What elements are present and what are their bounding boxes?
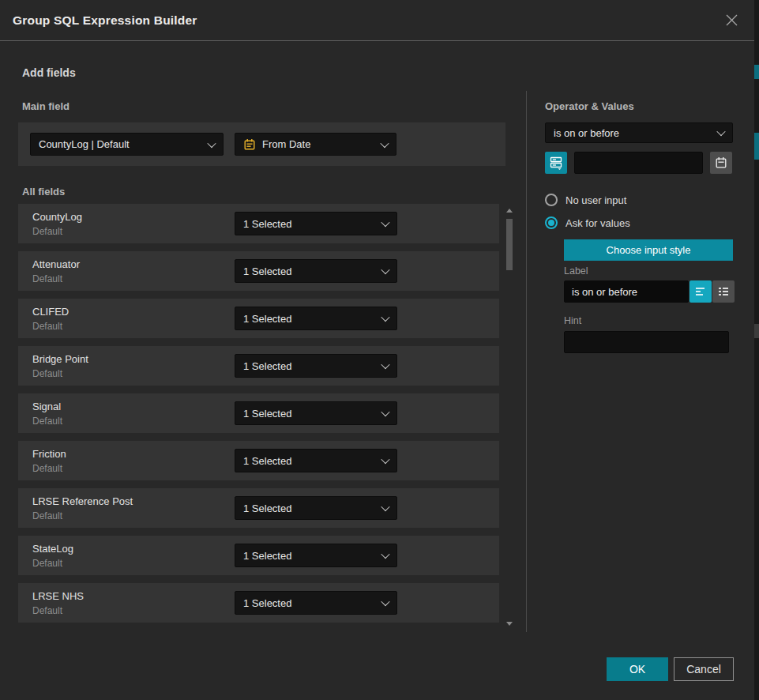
operator-values-heading: Operator & Values	[545, 100, 634, 112]
chevron-down-icon	[381, 408, 389, 416]
field-row: Friction Default 1 Selected	[18, 441, 499, 480]
field-sublabel: Default	[32, 463, 62, 474]
field-selected-dropdown[interactable]: 1 Selected	[235, 544, 397, 567]
background-accent-segment	[754, 65, 759, 79]
list-icon	[717, 285, 730, 298]
field-name: LRSE Reference Post	[32, 495, 133, 507]
main-field-heading: Main field	[22, 100, 70, 112]
calendar-icon	[715, 156, 727, 169]
field-selected-dropdown[interactable]: 1 Selected	[235, 496, 397, 520]
field-selected-dropdown[interactable]: 1 Selected	[235, 259, 397, 283]
chevron-down-icon	[381, 313, 389, 322]
scrollbar-thumb[interactable]	[506, 219, 513, 270]
main-field-select[interactable]: From Date	[235, 133, 396, 156]
field-row: StateLog Default 1 Selected	[18, 536, 499, 575]
field-selected-dropdown[interactable]: 1 Selected	[235, 591, 397, 615]
radio-no-user-input-label: No user input	[565, 194, 626, 206]
label-heading: Label	[564, 265, 588, 277]
field-selected-dropdown[interactable]: 1 Selected	[235, 449, 397, 472]
layer-select-value: CountyLog | Default	[39, 138, 202, 150]
field-name: StateLog	[32, 543, 73, 555]
chevron-down-icon	[381, 455, 389, 464]
dialog-title: Group SQL Expression Builder	[13, 13, 197, 28]
scrollbar-up-arrow-icon[interactable]	[506, 209, 513, 213]
label-input[interactable]	[564, 280, 689, 303]
field-row: LRSE NHS Default 1 Selected	[18, 583, 499, 623]
radio-no-user-input[interactable]: No user input	[545, 194, 626, 206]
field-selected-dropdown[interactable]: 1 Selected	[235, 354, 397, 378]
radio-circle-icon	[545, 194, 558, 206]
field-row: CLIFED Default 1 Selected	[18, 299, 499, 338]
field-selected-dropdown[interactable]: 1 Selected	[235, 401, 397, 425]
field-sublabel: Default	[32, 226, 62, 237]
scrollbar-down-arrow-icon[interactable]	[506, 622, 513, 626]
field-selected-dropdown-label: 1 Selected	[243, 218, 376, 230]
field-name: Friction	[32, 448, 66, 460]
chevron-down-icon	[381, 360, 389, 369]
value-input[interactable]	[574, 152, 703, 174]
field-name: LRSE NHS	[32, 590, 84, 602]
field-selected-dropdown-label: 1 Selected	[243, 597, 376, 609]
field-name: CountyLog	[32, 211, 82, 223]
choose-input-style-button[interactable]: Choose input style	[564, 239, 733, 261]
chevron-down-icon	[381, 550, 389, 559]
chevron-down-icon	[381, 597, 389, 606]
radio-ask-for-values[interactable]: Ask for values	[545, 216, 630, 229]
all-fields-heading: All fields	[22, 186, 65, 198]
main-field-panel: CountyLog | Default From Date	[18, 122, 505, 166]
field-name: Attenuator	[32, 258, 80, 270]
all-fields-list: CountyLog Default 1 Selected Attenuator …	[18, 204, 499, 630]
value-input-row	[545, 152, 732, 174]
ok-button[interactable]: OK	[607, 657, 668, 681]
input-style-text-button[interactable]	[689, 280, 712, 303]
dialog-titlebar: Group SQL Expression Builder	[0, 0, 754, 41]
close-button[interactable]	[722, 10, 742, 30]
field-sublabel: Default	[32, 510, 62, 521]
field-row: Attenuator Default 1 Selected	[18, 251, 499, 291]
field-name: Bridge Point	[32, 353, 88, 365]
operator-select[interactable]: is on or before	[545, 122, 733, 143]
field-sublabel: Default	[32, 416, 62, 427]
field-selected-dropdown-label: 1 Selected	[243, 455, 376, 467]
label-input-row	[564, 280, 735, 303]
background-accent-segment	[754, 133, 759, 160]
chevron-down-icon	[381, 502, 389, 511]
date-picker-button[interactable]	[710, 152, 732, 174]
field-sublabel: Default	[32, 605, 62, 616]
field-selected-dropdown-label: 1 Selected	[243, 313, 376, 325]
chevron-down-icon	[381, 218, 389, 227]
field-sublabel: Default	[32, 321, 62, 332]
chevron-down-icon	[380, 138, 389, 147]
list-scrollbar[interactable]	[505, 205, 513, 627]
radio-selected-icon	[545, 216, 558, 229]
list-values-icon	[549, 156, 563, 170]
field-selected-dropdown-label: 1 Selected	[243, 408, 376, 420]
radio-ask-for-values-label: Ask for values	[565, 217, 630, 229]
field-selected-dropdown[interactable]: 1 Selected	[235, 212, 397, 235]
group-sql-expression-builder-dialog: Group SQL Expression Builder Add fields …	[0, 0, 754, 700]
main-field-select-value: From Date	[262, 138, 375, 150]
chevron-down-icon	[716, 127, 725, 136]
vertical-divider	[526, 91, 527, 632]
field-selected-dropdown[interactable]: 1 Selected	[235, 307, 397, 330]
field-row: Bridge Point Default 1 Selected	[18, 346, 499, 386]
chevron-down-icon	[207, 138, 216, 147]
layer-select[interactable]: CountyLog | Default	[30, 133, 224, 156]
field-row: LRSE Reference Post Default 1 Selected	[18, 488, 499, 528]
hint-heading: Hint	[564, 315, 581, 326]
add-fields-heading: Add fields	[22, 66, 76, 79]
operator-select-value: is on or before	[554, 127, 712, 139]
background-accent-segment	[754, 324, 759, 338]
field-row: Signal Default 1 Selected	[18, 393, 499, 433]
background-app-strip	[754, 0, 759, 700]
field-selected-dropdown-label: 1 Selected	[243, 360, 376, 372]
unique-values-button[interactable]	[545, 152, 567, 174]
input-style-list-button[interactable]	[712, 280, 735, 303]
field-selected-dropdown-label: 1 Selected	[243, 502, 376, 514]
field-sublabel: Default	[32, 558, 62, 569]
field-selected-dropdown-label: 1 Selected	[243, 550, 376, 562]
calendar-icon	[243, 138, 256, 151]
hint-input[interactable]	[564, 331, 729, 353]
field-row: CountyLog Default 1 Selected	[18, 204, 499, 243]
cancel-button[interactable]: Cancel	[674, 657, 734, 681]
